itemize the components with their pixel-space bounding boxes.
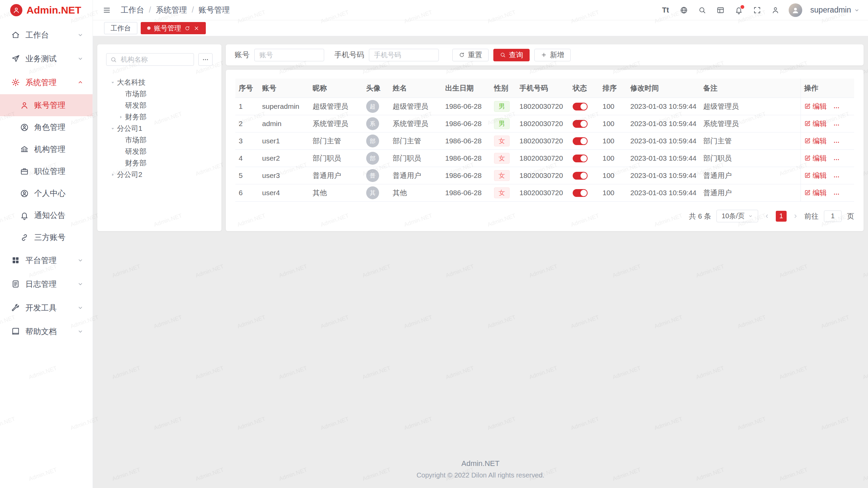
refresh-icon — [459, 52, 465, 58]
row-more-button[interactable] — [833, 174, 840, 180]
add-label: 新增 — [550, 50, 564, 60]
status-toggle[interactable] — [573, 137, 588, 145]
header-left: 工作台/系统管理/账号管理 — [102, 5, 230, 15]
add-button[interactable]: 新增 — [534, 49, 571, 61]
caret-down-icon[interactable] — [108, 78, 117, 87]
cell-modified: 2023-01-03 10:59:44 — [627, 167, 700, 184]
sidebar-item-third-account[interactable]: 三方账号 — [0, 226, 93, 248]
edit-button[interactable]: 编辑 — [804, 119, 827, 128]
tree-node[interactable]: 研发部 — [106, 146, 213, 157]
sidebar-item-workbench[interactable]: 工作台 — [0, 23, 93, 47]
user-icon[interactable] — [770, 5, 781, 15]
language-icon[interactable] — [679, 5, 689, 15]
tab-account-manage[interactable]: 账号管理 — [141, 22, 206, 34]
account-filter-input[interactable] — [254, 49, 324, 61]
status-toggle[interactable] — [573, 155, 588, 162]
tree-node[interactable]: 财务部 — [106, 111, 213, 123]
cell-phone: 18020030720 — [516, 115, 569, 133]
status-toggle[interactable] — [573, 172, 588, 180]
sidebar-item-business-test[interactable]: 业务测试 — [0, 47, 93, 70]
tree-branch: 市场部 — [106, 88, 213, 100]
cell-nickname: 超级管理员 — [309, 98, 363, 115]
cell-phone: 18020030720 — [516, 167, 569, 184]
tree-node[interactable]: 大名科技 — [106, 77, 213, 88]
font-size-icon[interactable]: Tt — [660, 5, 671, 15]
tree-node[interactable]: 分公司2 — [106, 169, 213, 180]
tab-close-icon[interactable] — [194, 25, 199, 31]
reset-button[interactable]: 重置 — [452, 49, 489, 61]
breadcrumb-item[interactable]: 工作台 — [121, 5, 144, 15]
page-number-1[interactable]: 1 — [776, 211, 787, 222]
query-button[interactable]: 查询 — [493, 49, 530, 61]
sidebar-item-help-docs[interactable]: 帮助文档 — [0, 320, 93, 343]
sidebar-item-notice[interactable]: 通知公告 — [0, 204, 93, 226]
next-page-button[interactable] — [792, 213, 799, 220]
cell-operations: 编辑 — [801, 98, 854, 115]
user-menu[interactable]: superadmin — [810, 5, 860, 15]
status-toggle[interactable] — [573, 120, 588, 128]
cell-gender: 女 — [491, 150, 516, 167]
tree-node[interactable]: 分公司1 — [106, 123, 213, 134]
status-toggle[interactable] — [573, 103, 588, 110]
caret-placeholder — [116, 136, 125, 144]
edit-button[interactable]: 编辑 — [804, 188, 827, 198]
edit-button[interactable]: 编辑 — [804, 102, 827, 111]
edit-button[interactable]: 编辑 — [804, 136, 827, 146]
sidebar-item-label: 角色管理 — [34, 122, 93, 133]
cell-gender: 女 — [491, 133, 516, 150]
org-search-input[interactable] — [106, 53, 194, 66]
user-avatar[interactable] — [789, 3, 802, 17]
sidebar-item-log-manage[interactable]: 日志管理 — [0, 272, 93, 296]
status-toggle[interactable] — [573, 189, 588, 197]
column-header: 昵称 — [309, 79, 363, 98]
row-more-button[interactable] — [833, 191, 840, 198]
tree-node-label: 分公司1 — [117, 124, 142, 133]
row-more-button[interactable] — [833, 122, 840, 128]
phone-filter-input[interactable] — [369, 49, 439, 61]
sidebar-item-org-manage[interactable]: 机构管理 — [0, 138, 93, 160]
row-more-button[interactable] — [833, 139, 840, 146]
breadcrumb-item[interactable]: 账号管理 — [199, 5, 230, 15]
tree-node[interactable]: 市场部 — [106, 134, 213, 146]
breadcrumb-item[interactable]: 系统管理 — [156, 5, 187, 15]
sidebar-item-platform-manage[interactable]: 平台管理 — [0, 248, 93, 272]
bell-icon — [20, 211, 29, 220]
tree-node[interactable]: 财务部 — [106, 157, 213, 169]
page-size-select[interactable]: 10条/页 — [716, 210, 758, 222]
tab-workbench[interactable]: 工作台 — [104, 22, 137, 34]
collapse-menu-icon[interactable] — [102, 5, 112, 15]
fullscreen-icon[interactable] — [752, 5, 762, 15]
edit-label: 编辑 — [813, 171, 827, 180]
sidebar-item-dev-tools[interactable]: 开发工具 — [0, 296, 93, 320]
caret-down-icon[interactable] — [108, 124, 117, 133]
filter-bar: 账号 手机号码 重置 查询 — [226, 44, 864, 65]
sidebar-item-role-manage[interactable]: 角色管理 — [0, 116, 93, 138]
sidebar-item-system-manage[interactable]: 系统管理 — [0, 70, 93, 94]
caret-right-icon[interactable] — [108, 170, 117, 179]
cell-nickname: 系统管理员 — [309, 115, 363, 133]
row-avatar: 超 — [366, 100, 379, 113]
edit-button[interactable]: 编辑 — [804, 154, 827, 163]
sidebar-item-personal-center[interactable]: 个人中心 — [0, 182, 93, 204]
notification-icon[interactable] — [734, 5, 744, 15]
sidebar-item-account-manage[interactable]: 账号管理 — [0, 94, 93, 116]
app-logo[interactable]: Admin.NET — [0, 0, 93, 20]
prev-page-button[interactable] — [764, 213, 770, 220]
tree-node[interactable]: 研发部 — [106, 100, 213, 111]
phone-filter-label: 手机号码 — [334, 50, 364, 60]
edit-button[interactable]: 编辑 — [804, 171, 827, 180]
row-more-button[interactable] — [833, 156, 840, 163]
caret-right-icon[interactable] — [116, 113, 125, 121]
tree-node[interactable]: 市场部 — [106, 88, 213, 100]
org-more-button[interactable] — [198, 53, 213, 66]
header-icon-group: Tt — [660, 5, 781, 15]
link-icon — [20, 233, 29, 242]
cell-sort: 100 — [599, 133, 627, 150]
tab-refresh-icon[interactable] — [184, 25, 190, 31]
search-icon[interactable] — [697, 5, 707, 15]
layout-config-icon[interactable] — [715, 5, 726, 15]
goto-page-input[interactable] — [824, 210, 842, 222]
row-more-button[interactable] — [833, 104, 840, 111]
gender-tag: 女 — [494, 170, 510, 181]
sidebar-item-position-manage[interactable]: 职位管理 — [0, 160, 93, 182]
